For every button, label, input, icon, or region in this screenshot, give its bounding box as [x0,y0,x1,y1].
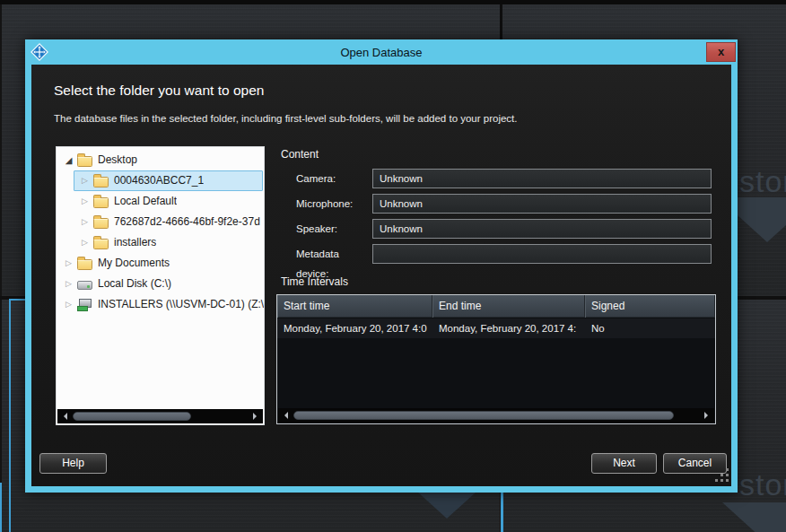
tree-item-label: installers [114,232,156,253]
folder-icon [93,197,109,208]
scrollbar-thumb[interactable] [293,411,674,420]
background-top-strip [0,0,786,4]
folder-icon [93,218,109,229]
tree-item-local-disk-c[interactable]: ▷ Local Disk (C:\) [57,274,264,294]
watermark-diamond [722,502,786,532]
tree-item-762687d2-4666-46bf-9f2e-37d[interactable]: ▷ 762687d2-4666-46bf-9f2e-37d [57,212,264,232]
table-horizontal-scrollbar[interactable] [278,408,714,423]
scroll-left-icon[interactable] [57,409,71,423]
expander-icon[interactable]: ▷ [78,191,92,212]
expander-icon[interactable]: ▷ [78,170,92,191]
open-database-dialog: Open Database x Select the folder you wa… [25,39,738,493]
dialog-titlebar[interactable]: Open Database x [25,39,738,65]
resize-grip[interactable] [714,467,730,484]
watermark-text: stone [739,164,786,199]
field-label: Speaker: [296,219,371,239]
content-section-label: Content [281,148,319,161]
dialog-heading: Select the folder you want to open [54,83,264,99]
content-field-row: Metadata device: [276,244,716,264]
tree-item-my-documents[interactable]: ▷ My Documents [57,253,264,274]
expander-icon[interactable]: ◢ [62,150,75,170]
dialog-description: The database files in the selected folde… [54,113,518,124]
expander-icon[interactable]: ▷ [62,294,75,315]
speaker-field[interactable]: Unknown [372,219,712,239]
folder-icon [93,239,109,249]
content-field-row: Microphone: Unknown [276,194,716,214]
screen: stone stone Open Database x Select the f… [0,0,786,532]
tile-border-accent [0,483,2,532]
expander-icon[interactable]: ▷ [62,274,75,294]
camera-field[interactable]: Unknown [372,169,712,188]
next-button[interactable]: Next [591,453,657,474]
folder-tree: ◢ Desktop ▷ 0004630ABCC7_1 ▷ Local Defau… [56,146,265,425]
time-intervals-table: Start timeEnd timeSigned Monday, Februar… [276,294,716,424]
tree-item-label: 0004630ABCC7_1 [114,170,204,191]
tree-item-0004630abcc7-1[interactable]: ▷ 0004630ABCC7_1 [57,170,264,191]
column-header-end-time[interactable]: End time [432,295,585,318]
scrollbar-thumb[interactable] [73,412,191,421]
tree-item-installers-usvm-dc-01-z[interactable]: ▷ INSTALLERS (\\USVM-DC-01) (Z:\) [57,294,264,315]
expander-icon[interactable]: ▷ [62,253,75,274]
table-cell: No [585,318,715,338]
close-button[interactable]: x [706,42,736,62]
content-field-row: Speaker: Unknown [276,219,716,239]
watermark-text: stone [739,467,786,502]
scroll-right-icon[interactable] [249,409,263,423]
field-label: Microphone: [296,194,371,214]
tree-item-label: Local Disk (C:\) [98,274,171,294]
tree-item-label: Local Default [114,191,177,212]
field-label: Camera: [296,169,371,188]
microphone-field[interactable]: Unknown [372,194,712,214]
tree-item-label: 762687d2-4666-46bf-9f2e-37d [114,212,260,232]
metadata-device-field[interactable] [372,244,712,264]
folder-icon [77,259,92,270]
network-drive-icon [77,299,92,311]
tree-horizontal-scrollbar[interactable] [57,409,263,423]
disk-icon [77,281,92,290]
tree-item-desktop[interactable]: ◢ Desktop [57,150,264,170]
time-interval-row[interactable]: Monday, February 20, 2017 4:0Monday, Feb… [277,318,715,338]
help-button[interactable]: Help [39,453,107,474]
folder-icon [77,156,92,167]
details-panel: Content Camera: Unknown Microphone: Unkn… [276,146,716,425]
table-cell: Monday, February 20, 2017 4:0 [277,318,432,338]
column-header-start-time[interactable]: Start time [277,295,432,318]
content-field-row: Camera: Unknown [276,169,716,188]
dialog-title: Open Database [25,39,738,65]
time-intervals-label: Time Intervals [281,275,348,288]
tree-item-label: My Documents [98,253,170,274]
expander-icon[interactable]: ▷ [78,232,92,253]
scroll-right-icon[interactable] [701,408,714,423]
folder-icon [93,177,109,188]
expander-icon[interactable]: ▷ [78,212,92,232]
tree-item-local-default[interactable]: ▷ Local Default [57,191,264,212]
column-header-signed[interactable]: Signed [585,295,715,318]
tree-item-label: INSTALLERS (\\USVM-DC-01) (Z:\) [98,294,264,315]
tree-item-installers[interactable]: ▷ installers [57,232,264,253]
tree-item-label: Desktop [98,150,137,170]
tile-border-accent [9,299,11,532]
scroll-left-icon[interactable] [278,408,292,423]
table-cell: Monday, February 20, 2017 4: [432,318,585,338]
